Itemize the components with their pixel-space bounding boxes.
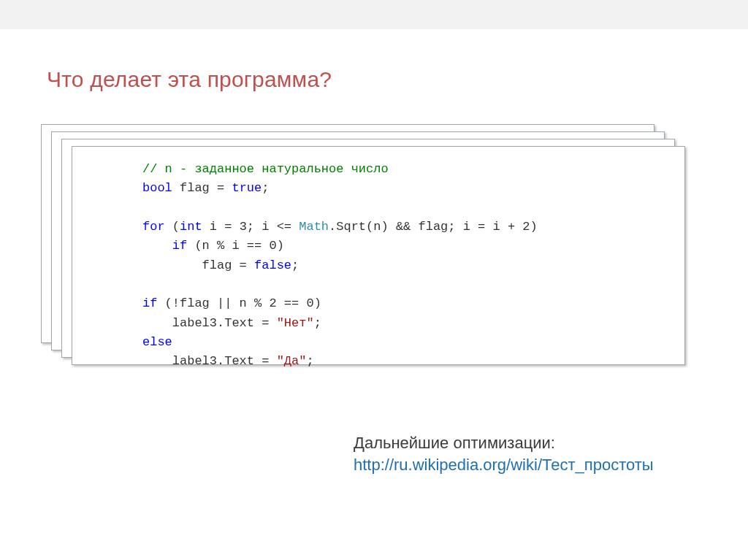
code-text: ( [165,220,180,234]
code-text: (!flag || n % 2 == 0) [157,296,321,310]
code-text: flag = [142,258,254,272]
code-text: label3.Text = [142,354,277,368]
code-string-da: "Да" [277,354,307,368]
code-keyword-int: int [180,220,202,234]
footnote-link[interactable]: http://ru.wikipedia.org/wiki/Тест_просто… [354,456,654,474]
code-text: i = 3; i <= [202,220,299,234]
code-block: // n - заданное натуральное число bool f… [142,160,664,372]
code-text: label3.Text = [142,316,277,330]
code-text: ; [291,258,299,272]
code-text: flag = [172,181,232,195]
code-keyword-true: true [232,181,262,195]
code-text: .Sqrt(n) && flag; i = i + 2) [329,220,538,234]
code-keyword-if: if [172,239,187,253]
top-band [0,0,748,29]
code-text [142,239,172,253]
code-keyword-for: for [142,220,165,234]
footnote-label: Дальнейшие оптимизации: [354,432,654,454]
code-keyword-bool: bool [142,181,172,195]
slide: Что делает эта программа? // n - заданно… [0,29,748,560]
code-text: ; [262,181,269,195]
code-keyword-false: false [254,258,291,272]
code-string-net: "Нет" [277,316,314,330]
code-type-math: Math [299,220,329,234]
code-text: (n % i == 0) [187,239,284,253]
code-card-stack: // n - заданное натуральное число bool f… [41,124,697,372]
slide-title: Что делает эта программа? [47,67,701,92]
code-card-front: // n - заданное натуральное число bool f… [72,146,685,365]
code-comment: // n - заданное натуральное число [142,162,389,176]
code-keyword-if: if [142,296,157,310]
code-keyword-else: else [142,335,172,349]
footnote: Дальнейшие оптимизации: http://ru.wikipe… [354,432,654,475]
code-text: ; [306,354,313,368]
code-text: ; [314,316,321,330]
